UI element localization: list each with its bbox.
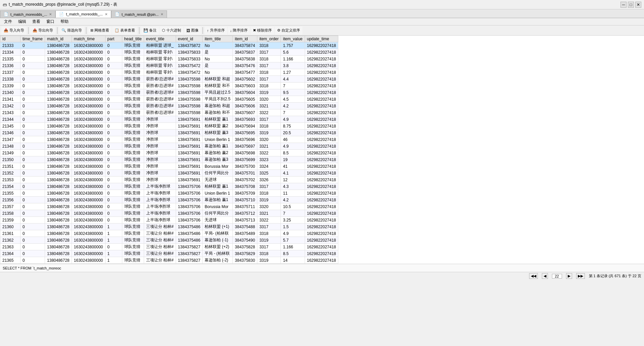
table-row[interactable]: 213490138048672816302438000000球队竞猜净胜球138… (0, 150, 338, 156)
col-header-match-id[interactable]: match_id (45, 36, 72, 42)
cell-event_title: 获胜者/总进球# (144, 83, 176, 89)
prev-first-button[interactable]: ◀◀ (529, 273, 538, 279)
table-row[interactable]: 213340138048672816302438000000球队竞猜柏林联盟 零… (0, 49, 338, 56)
table-row[interactable]: 213350138048672816302438000000球队竞猜柏林联盟 零… (0, 56, 338, 62)
hex-button[interactable]: ⬡ 十六进制 (160, 27, 183, 35)
form-view-button[interactable]: 📋 表单查看 (112, 27, 137, 35)
custom-sort-button[interactable]: ⚙ 自定义排序 (275, 27, 302, 35)
col-header-head-title[interactable]: head_title (122, 36, 144, 42)
cell-item_value: 4.1 (281, 170, 305, 177)
table-row[interactable]: 213650138048672816302438000001球队竞猜三项让分 柏… (0, 257, 338, 264)
tab-1-icon: 📄 (4, 12, 8, 16)
grid-view-button[interactable]: ⊞ 网格查看 (88, 27, 112, 35)
tab-1-close[interactable]: ✕ (49, 12, 52, 16)
col-header-event-title[interactable]: event_title (144, 36, 176, 42)
table-row[interactable]: 213520138048672816302438000000球队竞猜净胜球138… (0, 170, 338, 177)
remove-sort-button[interactable]: ✖ 移除排序 (251, 27, 274, 35)
tab-3[interactable]: 📄 t_match_result @pin... ✕ (111, 10, 167, 18)
cell-item_value: 12 (281, 177, 305, 183)
cell-match_time: 1630243800000 (72, 62, 105, 69)
table-row[interactable]: 213410138048672816302438000000球队竞猜获胜者/总进… (0, 96, 338, 103)
table-row[interactable]: 213630138048672816302438000000球队竞猜三项让分 柏… (0, 244, 338, 250)
table-row[interactable]: 213430138048672816302438000000球队竞猜获胜者/总进… (0, 109, 338, 116)
cell-event_id: 1384375691 (176, 130, 203, 136)
tab-2[interactable]: 📄 t_match_moreodds_... ✕ (55, 10, 111, 18)
desc-sort-button[interactable]: ↓ 降序排序 (228, 27, 250, 35)
col-header-update-time[interactable]: update_time (305, 36, 338, 42)
table-row[interactable]: 213620138048672816302438000001球队竞猜三项让分 柏… (0, 237, 338, 244)
col-header-part[interactable]: part (105, 36, 122, 42)
table-row[interactable]: 213540138048672816302438000000球队竞猜上半场净胜球… (0, 183, 338, 190)
table-row[interactable]: 213400138048672816302438000000球队竞猜获胜者/总进… (0, 89, 338, 96)
table-container[interactable]: id time_frame match_id match_time part h… (0, 36, 644, 264)
cell-match_id: 1380486728 (45, 190, 72, 197)
image-icon: 🖼 (186, 29, 190, 33)
cell-head_title: 球队竞猜 (122, 62, 144, 69)
close-button[interactable]: ✕ (635, 2, 641, 8)
cell-item_value: 4.3 (281, 183, 305, 190)
cell-item_id: 384375476 (233, 62, 257, 69)
status-right: ◀◀ ◀ 22 ▶ ▶▶ 第 1 条记录 (共 671 条) 于 22 页 (529, 273, 641, 279)
filter-button[interactable]: 🔍 筛选向导 (59, 27, 84, 35)
table-row[interactable]: 213360138048672816302438000000球队竞猜柏林联盟 零… (0, 62, 338, 69)
table-row[interactable]: 213530138048672816302438000000球队竞猜净胜球138… (0, 177, 338, 183)
col-header-item-title[interactable]: item_title (203, 36, 233, 42)
minimize-button[interactable]: ─ (620, 2, 627, 8)
menu-file[interactable]: 文件 (1, 18, 15, 25)
menu-edit[interactable]: 编辑 (15, 18, 29, 25)
backup-button[interactable]: 💾 备注 (141, 27, 159, 35)
menu-help[interactable]: 帮助 (58, 18, 71, 25)
asc-sort-button[interactable]: ↑ 升序排序 (205, 27, 227, 35)
cell-event_title: 净胜球 (144, 177, 176, 183)
col-header-item-id[interactable]: item_id (233, 36, 257, 42)
remove-sort-icon: ✖ (253, 28, 256, 33)
table-row[interactable]: 213480138048672816302438000000球队竞猜净胜球138… (0, 143, 338, 150)
cell-part: 1 (105, 257, 122, 264)
col-header-item-order[interactable]: item_order (257, 36, 281, 42)
table-row[interactable]: 213640138048672816302438000001球队竞猜三项让分 柏… (0, 250, 338, 257)
menu-window[interactable]: 窗口 (44, 18, 57, 25)
next-last-button[interactable]: ▶▶ (576, 273, 585, 279)
col-header-time-frame[interactable]: time_frame (20, 36, 45, 42)
table-row[interactable]: 213440138048672816302438000000球队竞猜净胜球138… (0, 116, 338, 123)
table-row[interactable]: 213550138048672816302438000000球队竞猜上半场净胜球… (0, 190, 338, 197)
table-row[interactable]: 213510138048672816302438000000球队竞猜净胜球138… (0, 163, 338, 170)
table-row[interactable]: 213330138048672816302438000000球队竞猜柏林联盟 进… (0, 42, 338, 49)
table-row[interactable]: 213610138048672816302438000001球队竞猜三项让分 柏… (0, 230, 338, 237)
col-header-item-value[interactable]: item_value (281, 36, 305, 42)
cell-item_value: 5.7 (281, 237, 305, 244)
table-row[interactable]: 213560138048672816302438000000球队竞猜上半场净胜球… (0, 197, 338, 203)
table-row[interactable]: 213370138048672816302438000000球队竞猜柏林联盟 零… (0, 69, 338, 76)
cell-item_order: 3320 (257, 136, 281, 143)
cell-match_id: 1380486728 (45, 56, 72, 62)
table-row[interactable]: 213500138048672816302438000000球队竞猜净胜球138… (0, 156, 338, 163)
image-button[interactable]: 🖼 图像 (184, 27, 201, 35)
table-row[interactable]: 213380138048672816302438000000球队竞猜获胜者/总进… (0, 76, 338, 83)
table-row[interactable]: 213470138048672816302438000000球队竞猜净胜球138… (0, 136, 338, 143)
cell-id: 21346 (0, 130, 20, 136)
table-row[interactable]: 213590138048672816302438000000球队竞猜上半场净胜球… (0, 217, 338, 224)
table-row[interactable]: 213570138048672816302438000000球队竞猜上半场净胜球… (0, 203, 338, 210)
import-button[interactable]: 📥 导入向导 (1, 27, 27, 35)
cell-event_title: 净胜球 (144, 156, 176, 163)
cell-update_time: 1629822027418 (305, 163, 338, 170)
table-row[interactable]: 213580138048672816302438000000球队竞猜上半场净胜球… (0, 210, 338, 217)
col-header-match-time[interactable]: match_time (72, 36, 105, 42)
tab-2-close[interactable]: ✕ (105, 12, 108, 16)
tab-1[interactable]: 📄 t_match_moreodds_... ✕ (0, 10, 55, 18)
cell-item_title: 柏林联盟 和超 (203, 76, 233, 83)
tab-3-close[interactable]: ✕ (161, 12, 163, 16)
prev-button[interactable]: ◀ (542, 273, 548, 279)
col-header-id[interactable]: id (0, 36, 20, 42)
table-row[interactable]: 213450138048672816302438000000球队竞猜净胜球138… (0, 123, 338, 130)
cell-match_time: 1630243800000 (72, 123, 105, 130)
next-button[interactable]: ▶ (566, 273, 572, 279)
table-row[interactable]: 213420138048672816302438000000球队竞猜获胜者/总进… (0, 103, 338, 109)
col-header-event-id[interactable]: event_id (176, 36, 203, 42)
maximize-button[interactable]: □ (628, 2, 634, 8)
menu-view[interactable]: 查看 (30, 18, 43, 25)
table-row[interactable]: 213460138048672816302438000000球队竞猜净胜球138… (0, 130, 338, 136)
export-button[interactable]: 📤 导出向导 (30, 27, 55, 35)
table-row[interactable]: 213390138048672816302438000000球队竞猜获胜者/总进… (0, 83, 338, 89)
table-row[interactable]: 213600138048672816302438000001球队竞猜三项让分 柏… (0, 224, 338, 230)
